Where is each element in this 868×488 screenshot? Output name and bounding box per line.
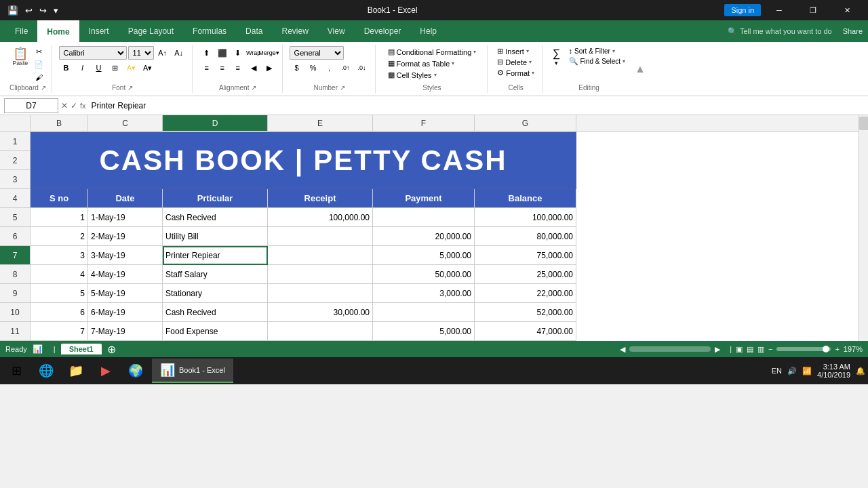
zoom-out-icon[interactable]: −	[768, 345, 772, 353]
tab-developer[interactable]: Developer	[355, 21, 411, 41]
network-icon[interactable]: 📶	[802, 367, 812, 375]
cell-g9[interactable]: 22,000.00	[475, 284, 576, 303]
find-select-button[interactable]: 🔍 Find & Select ▾	[566, 56, 628, 66]
tab-insert[interactable]: Insert	[79, 21, 119, 41]
fill-color-button[interactable]: A▾	[124, 61, 139, 75]
format-as-table-button[interactable]: ▦ Format as Table ▾	[382, 58, 482, 69]
zoom-in-icon[interactable]: +	[835, 345, 839, 353]
clipboard-expand-icon[interactable]: ↗	[41, 84, 46, 92]
font-name-select[interactable]: Calibri	[59, 46, 127, 60]
tab-formulas[interactable]: Formulas	[183, 21, 236, 41]
scroll-right-icon[interactable]: ▶	[715, 345, 720, 354]
cell-d10[interactable]: Cash Recived	[163, 303, 268, 322]
cell-styles-button[interactable]: ▩ Cell Styles ▾	[382, 69, 482, 81]
border-button[interactable]: ⊞	[108, 61, 123, 75]
page-layout-view-icon[interactable]: ▤	[747, 345, 753, 354]
font-size-select[interactable]: 11	[128, 46, 154, 60]
cancel-formula-icon[interactable]: ✕	[61, 101, 68, 110]
cell-c10[interactable]: 6-May-19	[88, 303, 163, 322]
redo-icon[interactable]: ↪	[37, 4, 49, 17]
cell-b8[interactable]: 4	[31, 265, 88, 284]
cell-c7[interactable]: 3-May-19	[88, 246, 163, 265]
italic-button[interactable]: I	[75, 61, 90, 75]
align-left-button[interactable]: ≡	[199, 61, 214, 75]
sort-filter-button[interactable]: ↕ Sort & Filter ▾	[566, 46, 628, 56]
col-header-d[interactable]: D	[163, 115, 268, 131]
minimize-button[interactable]: ─	[764, 0, 795, 20]
align-middle-button[interactable]: ⬛	[215, 46, 230, 60]
ribbon-collapse-icon[interactable]: ▲	[635, 63, 646, 75]
chrome-button[interactable]: 🌍	[122, 359, 149, 383]
speaker-icon[interactable]: 🔊	[787, 367, 797, 375]
tab-home[interactable]: Home	[37, 20, 79, 42]
format-button[interactable]: ⚙ Format ▾	[494, 68, 537, 78]
cell-d11[interactable]: Food Expense	[163, 322, 268, 341]
tab-data[interactable]: Data	[236, 21, 272, 41]
cell-e10[interactable]: 30,000.00	[268, 303, 373, 322]
save-icon[interactable]: 💾	[5, 4, 20, 17]
cell-g11[interactable]: 47,000.00	[475, 322, 576, 341]
cell-d8[interactable]: Staff Salary	[163, 265, 268, 284]
paste-button[interactable]: 📋 Paste	[9, 46, 31, 68]
header-cell-balance[interactable]: Balance	[475, 189, 576, 208]
add-sheet-button[interactable]: ⊕	[107, 343, 116, 356]
tab-page-layout[interactable]: Page Layout	[119, 21, 183, 41]
sign-in-button[interactable]: Sign in	[724, 4, 761, 16]
cell-g5[interactable]: 100,000.00	[475, 208, 576, 227]
cell-reference-input[interactable]	[4, 98, 58, 113]
currency-button[interactable]: $	[290, 61, 304, 75]
cell-b5[interactable]: 1	[31, 208, 88, 227]
comma-button[interactable]: ,	[322, 61, 337, 75]
cell-b9[interactable]: 5	[31, 284, 88, 303]
restore-button[interactable]: ❐	[797, 0, 829, 20]
formula-input[interactable]	[89, 98, 864, 113]
tab-view[interactable]: View	[318, 21, 355, 41]
align-right-button[interactable]: ≡	[231, 61, 245, 75]
header-cell-sno[interactable]: S no	[31, 189, 88, 208]
cell-e9[interactable]	[268, 284, 373, 303]
percent-button[interactable]: %	[306, 61, 321, 75]
tab-file[interactable]: File	[5, 21, 37, 41]
cell-c8[interactable]: 4-May-19	[88, 265, 163, 284]
cell-c5[interactable]: 1-May-19	[88, 208, 163, 227]
delete-button[interactable]: ⊟ Delete ▾	[494, 57, 537, 67]
cell-b6[interactable]: 2	[31, 227, 88, 246]
cell-e5[interactable]: 100,000.00	[268, 208, 373, 227]
customize-icon[interactable]: ▾	[52, 4, 60, 17]
tell-me-bar[interactable]: 🔍 Tell me what you want to do	[728, 27, 832, 36]
cell-f10[interactable]	[373, 303, 475, 322]
horizontal-scrollbar[interactable]	[629, 346, 711, 352]
col-header-b[interactable]: B	[31, 115, 88, 131]
media-player-button[interactable]: ▶	[92, 359, 119, 383]
sheet-tab-sheet1[interactable]: Sheet1	[61, 344, 102, 354]
cut-button[interactable]: ✂	[32, 46, 45, 58]
col-header-e[interactable]: E	[268, 115, 373, 131]
cell-g6[interactable]: 80,000.00	[475, 227, 576, 246]
cell-b7[interactable]: 3	[31, 246, 88, 265]
number-format-select[interactable]: General	[290, 46, 344, 60]
conditional-formatting-button[interactable]: ▤ Conditional Formatting ▾	[382, 46, 482, 58]
cell-d5[interactable]: Cash Recived	[163, 208, 268, 227]
undo-icon[interactable]: ↩	[23, 4, 35, 17]
cell-f6[interactable]: 20,000.00	[373, 227, 475, 246]
increase-font-button[interactable]: A↑	[155, 46, 170, 60]
format-painter-button[interactable]: 🖌	[32, 72, 45, 83]
header-cell-receipt[interactable]: Receipt	[268, 189, 373, 208]
start-button[interactable]: ⊞	[3, 359, 30, 383]
col-header-c[interactable]: C	[88, 115, 163, 131]
insert-function-icon[interactable]: fx	[80, 102, 86, 110]
decrease-font-button[interactable]: A↓	[172, 46, 186, 60]
autosum-button[interactable]: ∑ ▾	[550, 46, 563, 68]
scroll-left-icon[interactable]: ◀	[620, 345, 625, 354]
cell-f9[interactable]: 3,000.00	[373, 284, 475, 303]
cell-f7[interactable]: 5,000.00	[373, 246, 475, 265]
cell-c9[interactable]: 5-May-19	[88, 284, 163, 303]
cell-e11[interactable]	[268, 322, 373, 341]
zoom-slider[interactable]	[776, 347, 831, 351]
col-header-g[interactable]: G	[475, 115, 576, 131]
header-cell-payment[interactable]: Payment	[373, 189, 475, 208]
cell-g7[interactable]: 75,000.00	[475, 246, 576, 265]
cell-g8[interactable]: 25,000.00	[475, 265, 576, 284]
align-top-button[interactable]: ⬆	[199, 46, 214, 60]
cell-e8[interactable]	[268, 265, 373, 284]
